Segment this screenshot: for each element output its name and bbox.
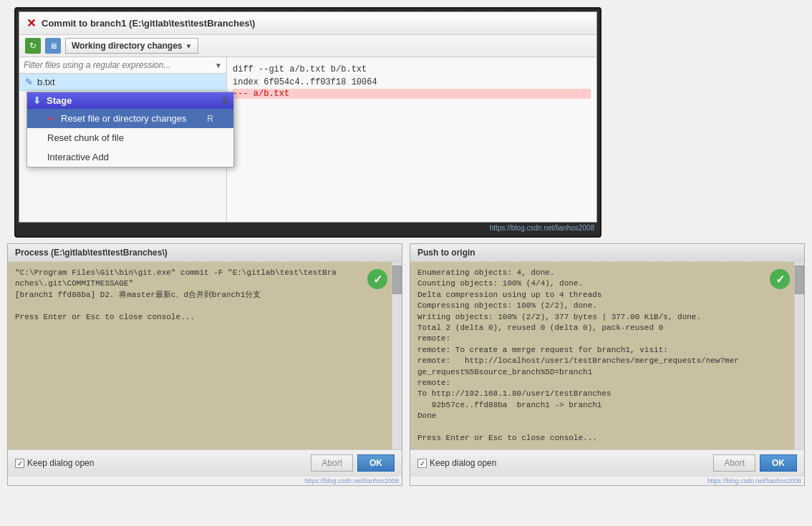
context-menu-header-label: Stage	[47, 95, 72, 106]
context-menu: ⬇ Stage S ↩ Reset file or directory chan…	[26, 92, 234, 167]
keep-open-checkbox-right[interactable]: ✓	[417, 459, 427, 468]
process-dialog-content-left: "C:\Program Files\Git\bin\git.exe" commi…	[8, 262, 402, 449]
close-icon[interactable]: ✕	[26, 16, 36, 30]
dialog-footer-right: ✓ Keep dialog open Abort OK	[410, 449, 804, 476]
keep-open-checkbox-left[interactable]: ✓	[15, 459, 24, 468]
chevron-down-icon: ▼	[185, 42, 192, 50]
context-menu-header-icon: ⬇	[33, 95, 41, 106]
filter-dropdown-arrow[interactable]: ▼	[215, 62, 222, 69]
diff-line-1: diff --git a/b.txt b/b.txt	[233, 63, 591, 76]
working-dir-button[interactable]: Working directory changes ▼	[65, 38, 198, 54]
top-section: ✕ Commit to branch1 (E:\gitlab\test\test…	[14, 7, 601, 238]
pencil-icon: ✎	[25, 77, 33, 87]
abort-button-left[interactable]: Abort	[311, 454, 353, 472]
reset-file-shortcut: R	[207, 114, 213, 124]
context-menu-item-interactive-add[interactable]: Interactive Add	[27, 147, 233, 167]
reset-file-label: Reset file or directory changes	[61, 113, 187, 124]
diff-line-2: index 6f054c4..ff03f18 10064	[233, 76, 591, 89]
git-toolbar: ↻ 🖥 Working directory changes ▼	[19, 35, 596, 57]
keep-open-label-left: Keep dialog open	[27, 458, 94, 468]
console-text-left: "C:\Program Files\Git\bin\git.exe" commi…	[15, 268, 337, 321]
success-icon-left: ✓	[367, 269, 387, 289]
success-icon-right: ✓	[770, 269, 790, 289]
console-area-right[interactable]: Enumerating objects: 4, done. Counting o…	[410, 262, 794, 449]
bottom-section: Process (E:\gitlab\test\testBranches\) "…	[0, 236, 812, 493]
interactive-add-label: Interactive Add	[47, 152, 109, 162]
file-item-btxt[interactable]: ✎ b.txt	[19, 74, 226, 91]
watermark-bottom-right: https://blog.csdn.net/lianhos2008	[410, 476, 804, 485]
git-main-area: ▼ ✎ b.txt ⬇ Stage S	[19, 57, 596, 222]
git-titlebar: ✕ Commit to branch1 (E:\gitlab\test\test…	[19, 12, 596, 35]
keep-open-label-right: Keep dialog open	[430, 458, 496, 468]
git-dialog-title: Commit to branch1 (E:\gitlab\test\testBr…	[42, 18, 255, 29]
dialog-footer-left: ✓ Keep dialog open Abort OK	[8, 449, 402, 476]
reset-chunk-label: Reset chunk of file	[47, 132, 124, 143]
file-name-label: b.txt	[37, 77, 55, 87]
process-dialog-left: Process (E:\gitlab\test\testBranches\) "…	[7, 243, 402, 486]
process-dialog-title-left: Process (E:\gitlab\test\testBranches\)	[8, 244, 402, 262]
refresh-icon[interactable]: ↻	[25, 38, 41, 54]
git-left-panel: ▼ ✎ b.txt ⬇ Stage S	[19, 57, 227, 222]
process-dialog-right: Push to origin Enumerating objects: 4, d…	[410, 243, 805, 486]
git-diff-panel: diff --git a/b.txt b/b.txt index 6f054c4…	[227, 57, 596, 222]
ok-button-left[interactable]: OK	[357, 454, 395, 472]
scrollbar-right[interactable]	[794, 262, 804, 449]
process-dialog-content-right: Enumerating objects: 4, done. Counting o…	[410, 262, 804, 449]
context-menu-header-shortcut: S	[222, 96, 228, 106]
monitor-icon[interactable]: 🖥	[45, 38, 61, 54]
scrollbar-left[interactable]	[392, 262, 402, 449]
footer-left-section: ✓ Keep dialog open	[15, 458, 306, 468]
context-menu-header: ⬇ Stage S	[27, 92, 233, 109]
working-dir-label: Working directory changes	[72, 41, 182, 51]
watermark-top: https://blog.csdn.net/lianhos2008	[19, 223, 597, 233]
ok-button-right[interactable]: OK	[760, 454, 797, 472]
watermark-bottom-left: https://blog.csdn.net/lianhos2008	[8, 476, 402, 485]
diff-line-removed: --- a/b.txt	[233, 89, 591, 99]
console-area-left[interactable]: "C:\Program Files\Git\bin\git.exe" commi…	[8, 262, 392, 449]
filter-input[interactable]	[24, 60, 212, 70]
context-menu-item-reset-file[interactable]: ↩ Reset file or directory changes R	[27, 109, 233, 128]
context-menu-item-reset-chunk[interactable]: Reset chunk of file	[27, 128, 233, 147]
console-text-right: Enumerating objects: 4, done. Counting o…	[417, 268, 739, 442]
reset-file-icon: ↩	[47, 113, 55, 124]
git-dialog: ✕ Commit to branch1 (E:\gitlab\test\test…	[19, 11, 597, 223]
abort-button-right[interactable]: Abort	[713, 454, 755, 472]
filter-bar: ▼	[19, 57, 226, 74]
scrollbar-thumb-right[interactable]	[795, 266, 804, 294]
footer-right-section: ✓ Keep dialog open	[417, 458, 709, 468]
process-dialog-title-right: Push to origin	[410, 244, 804, 262]
scrollbar-thumb-left[interactable]	[392, 266, 402, 294]
